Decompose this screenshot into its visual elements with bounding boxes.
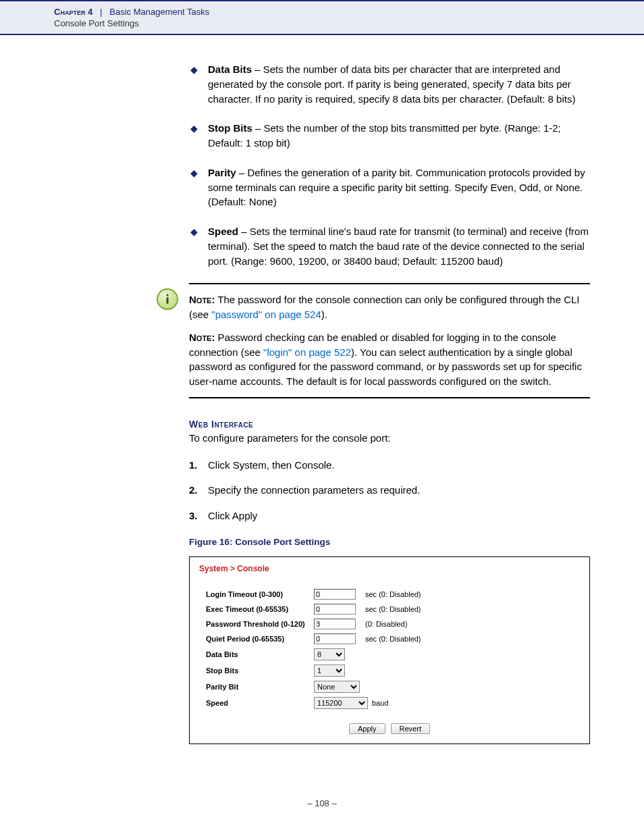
console-settings-panel: System > Console Login Timeout (0-300) s… <box>189 556 590 744</box>
term-desc: – Defines the generation of a parity bit… <box>208 167 585 208</box>
term-desc: – Sets the number of data bits per chara… <box>208 63 575 105</box>
data-bits-row: Data Bits 8 <box>190 646 589 662</box>
field-hint: baud <box>372 699 388 707</box>
login-timeout-input[interactable] <box>314 589 356 600</box>
password-link[interactable]: "password" on page 524 <box>211 309 321 320</box>
breadcrumb: System > Console <box>190 557 589 587</box>
speed-select[interactable]: 115200 <box>314 697 368 709</box>
svg-point-0 <box>166 294 168 296</box>
login-link[interactable]: "login" on page 522 <box>263 346 351 358</box>
stop-bits-row: Stop Bits 1 <box>190 662 589 679</box>
list-item: Stop Bits – Sets the number of the stop … <box>189 121 590 151</box>
login-timeout-row: Login Timeout (0-300) sec (0: Disabled) <box>190 587 589 602</box>
password-threshold-input[interactable] <box>314 619 356 629</box>
quiet-period-row: Quiet Period (0-65535) sec (0: Disabled) <box>190 631 589 646</box>
field-label: Speed <box>206 699 314 707</box>
step-list: Click System, then Console. Specify the … <box>189 458 590 523</box>
note-label: Note: <box>189 332 215 343</box>
note-label: Note: <box>189 294 215 305</box>
page-number: – 108 – <box>0 798 644 808</box>
field-hint: sec (0: Disabled) <box>365 635 421 643</box>
step-item: Click System, then Console. <box>189 458 590 473</box>
subsection-title: Console Port Settings <box>54 18 644 28</box>
field-label: Stop Bits <box>206 667 314 675</box>
field-hint: sec (0: Disabled) <box>365 590 421 598</box>
list-item: Parity – Defines the generation of a par… <box>189 165 590 209</box>
page-header: Chapter 4 | Basic Management Tasks Conso… <box>0 0 644 35</box>
term-desc: – Sets the number of the stop bits trans… <box>208 122 561 149</box>
field-hint: (0: Disabled) <box>365 620 407 628</box>
password-threshold-row: Password Threshold (0-120) (0: Disabled) <box>190 617 589 631</box>
note-text: ). <box>321 309 327 320</box>
term-desc: – Sets the terminal line's baud rate for… <box>208 226 589 267</box>
list-item: Speed – Sets the terminal line's baud ra… <box>189 224 590 268</box>
intro-text: To configure parameters for the console … <box>189 431 590 446</box>
term: Speed <box>208 226 238 237</box>
term: Parity <box>208 167 236 178</box>
data-bits-select[interactable]: 8 <box>314 648 345 660</box>
field-label: Password Threshold (0-120) <box>206 620 314 628</box>
figure-caption: Figure 16: Console Port Settings <box>189 537 590 547</box>
parity-bit-row: Parity Bit None <box>190 679 589 695</box>
field-label: Quiet Period (0-65535) <box>206 635 314 643</box>
field-label: Parity Bit <box>206 683 314 691</box>
section-title: Basic Management Tasks <box>109 7 209 17</box>
stop-bits-select[interactable]: 1 <box>314 664 345 677</box>
web-interface-heading: Web Interface <box>189 419 590 429</box>
field-label: Login Timeout (0-300) <box>206 590 314 598</box>
list-item: Data Bits – Sets the number of data bits… <box>189 62 590 106</box>
step-item: Specify the connection parameters as req… <box>189 483 590 498</box>
separator: | <box>95 7 107 17</box>
revert-button[interactable]: Revert <box>391 723 430 734</box>
field-label: Exec Timeout (0-65535) <box>206 605 314 613</box>
exec-timeout-row: Exec Timeout (0-65535) sec (0: Disabled) <box>190 602 589 617</box>
note-block: Note: The password for the console conne… <box>189 283 590 398</box>
quiet-period-input[interactable] <box>314 633 356 644</box>
field-label: Data Bits <box>206 650 314 658</box>
field-hint: sec (0: Disabled) <box>365 605 421 613</box>
term: Stop Bits <box>208 122 252 134</box>
apply-button[interactable]: Apply <box>349 723 385 734</box>
parity-bit-select[interactable]: None <box>314 681 360 693</box>
exec-timeout-input[interactable] <box>314 604 356 615</box>
parameter-list: Data Bits – Sets the number of data bits… <box>189 62 590 268</box>
step-item: Click Apply <box>189 509 590 523</box>
speed-row: Speed 115200 baud <box>190 695 589 711</box>
info-icon <box>157 288 178 310</box>
svg-rect-1 <box>166 297 168 304</box>
chapter-label: Chapter 4 <box>54 7 92 17</box>
term: Data Bits <box>208 63 252 75</box>
